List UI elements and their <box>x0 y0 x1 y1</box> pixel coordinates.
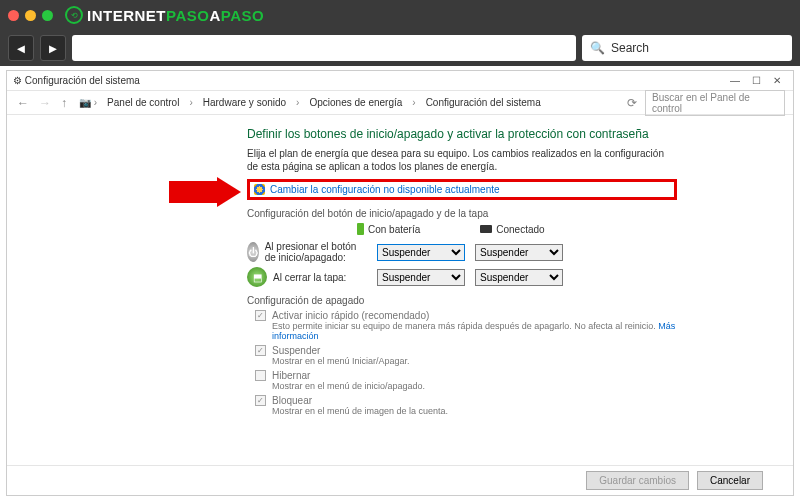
suspend-label: Suspender <box>272 345 320 356</box>
cancel-button[interactable]: Cancelar <box>697 471 763 490</box>
crumb-hardware[interactable]: Hardware y sonido <box>203 97 286 108</box>
fast-startup-desc: Esto permite iniciar su equipo de manera… <box>272 321 658 331</box>
logo-word-3: A <box>209 7 220 24</box>
site-logo: ⟲ INTERNETPASOAPASO <box>65 6 264 24</box>
col-plugged-label: Conectado <box>496 224 544 235</box>
section-buttons-label: Configuración del botón de inicio/apagad… <box>247 208 677 219</box>
logo-icon: ⟲ <box>65 6 83 24</box>
lock-desc: Mostrar en el menú de imagen de la cuent… <box>272 406 677 416</box>
address-bar[interactable] <box>72 35 576 61</box>
page-description: Elija el plan de energía que desea para … <box>247 147 677 173</box>
lock-label: Bloquear <box>272 395 312 406</box>
power-button-plugged-select[interactable]: Suspender <box>475 244 563 261</box>
logo-word-2: PASO <box>166 7 209 24</box>
macos-maximize[interactable] <box>42 10 53 21</box>
section-shutdown-label: Configuración de apagado <box>247 295 677 306</box>
macos-minimize[interactable] <box>25 10 36 21</box>
panel-search[interactable]: Buscar en el Panel de control <box>645 90 785 116</box>
nav-up[interactable]: ↑ <box>59 96 69 110</box>
suspend-checkbox: ✓ <box>255 345 266 356</box>
col-battery-label: Con batería <box>368 224 420 235</box>
power-button-battery-select[interactable]: Suspender <box>377 244 465 261</box>
shield-icon <box>254 184 265 195</box>
crumb-system[interactable]: Configuración del sistema <box>426 97 541 108</box>
refresh-icon[interactable]: ⟳ <box>625 96 639 110</box>
logo-word-1: INTERNET <box>87 7 166 24</box>
logo-word-4: PASO <box>221 7 264 24</box>
save-button: Guardar cambios <box>586 471 689 490</box>
change-unavailable-settings-link[interactable]: Cambiar la configuración no disponible a… <box>270 184 500 195</box>
fast-startup-label: Activar inicio rápido (recomendado) <box>272 310 429 321</box>
nav-forward: → <box>37 96 53 110</box>
nav-back[interactable]: ← <box>15 96 31 110</box>
control-panel-window: ⚙ Configuración del sistema — ☐ ✕ ← → ↑ … <box>6 70 794 496</box>
window-icon: ⚙ <box>13 75 22 86</box>
window-title: Configuración del sistema <box>25 75 140 86</box>
power-button-label: Al presionar el botón de inicio/apagado: <box>265 241 367 263</box>
close-button[interactable]: ✕ <box>767 75 787 86</box>
macos-close[interactable] <box>8 10 19 21</box>
hibernate-label: Hibernar <box>272 370 310 381</box>
back-button[interactable]: ◄ <box>8 35 34 61</box>
crumb-root[interactable]: Panel de control <box>107 97 179 108</box>
maximize-button[interactable]: ☐ <box>746 75 767 86</box>
suspend-desc: Mostrar en el menú Iniciar/Apagar. <box>272 356 677 366</box>
battery-icon <box>357 223 364 235</box>
search-placeholder: Search <box>611 41 649 55</box>
hibernate-desc: Mostrar en el menú de inicio/apagado. <box>272 381 677 391</box>
lid-battery-select[interactable]: Suspender <box>377 269 465 286</box>
hibernate-checkbox <box>255 370 266 381</box>
browser-navbar: ◄ ► 🔍 Search <box>0 30 800 66</box>
browser-titlebar: ⟲ INTERNETPASOAPASO <box>0 0 800 30</box>
change-settings-highlight: Cambiar la configuración no disponible a… <box>247 179 677 200</box>
power-button-icon: ⏻ <box>247 242 259 262</box>
fast-startup-checkbox: ✓ <box>255 310 266 321</box>
plug-icon <box>480 225 492 233</box>
forward-button[interactable]: ► <box>40 35 66 61</box>
minimize-button[interactable]: — <box>724 75 746 86</box>
search-icon: 🔍 <box>590 41 605 55</box>
lock-checkbox: ✓ <box>255 395 266 406</box>
browser-search[interactable]: 🔍 Search <box>582 35 792 61</box>
breadcrumb-toolbar: ← → ↑ 📷 › Panel de control › Hardware y … <box>7 91 793 115</box>
crumb-power[interactable]: Opciones de energía <box>309 97 402 108</box>
footer-bar: Guardar cambios Cancelar <box>7 465 793 495</box>
lid-plugged-select[interactable]: Suspender <box>475 269 563 286</box>
lid-icon: ⬒ <box>247 267 267 287</box>
lid-close-label: Al cerrar la tapa: <box>273 272 346 283</box>
page-heading: Definir los botones de inicio/apagado y … <box>247 127 677 141</box>
